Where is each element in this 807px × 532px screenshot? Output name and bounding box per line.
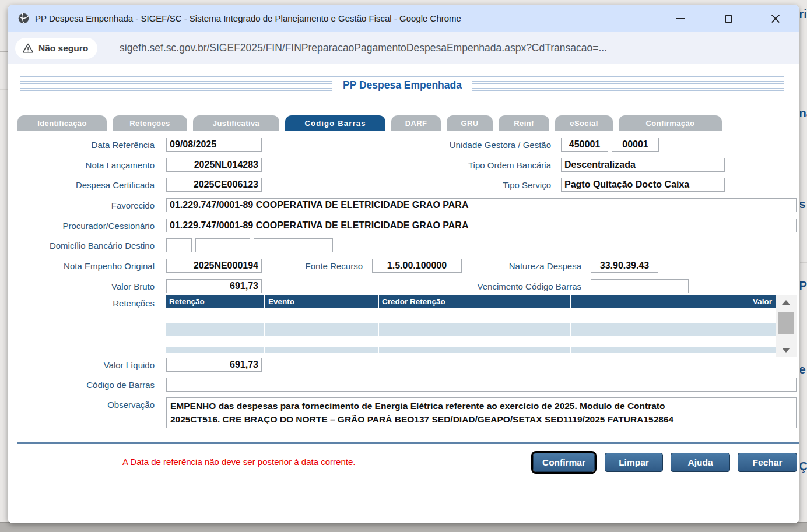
confirmar-button[interactable]: Confirmar <box>533 453 595 472</box>
tab-reinf[interactable]: Reinf <box>499 115 549 131</box>
close-button[interactable] <box>762 9 789 28</box>
scrollbar-thumb[interactable] <box>778 312 794 334</box>
label-nota-empenho-original: Nota Empenho Original <box>17 259 155 273</box>
page-title: PP Despesa Empenhada <box>332 79 472 91</box>
background-text-fragment: e <box>800 362 806 376</box>
label-valor-liquido: Valor Líquido <box>17 358 155 372</box>
error-message: A Data de referência não deve ser poster… <box>122 457 355 467</box>
close-icon <box>771 14 780 23</box>
label-natureza-despesa: Natureza Despesa <box>492 259 581 273</box>
label-procurador-cessionario: Procurador/Cessionário <box>17 219 155 233</box>
input-nota-lancamento[interactable] <box>166 158 262 172</box>
tab-retencoes[interactable]: Retenções <box>113 115 187 131</box>
table-scrollbar[interactable] <box>776 295 797 357</box>
scroll-down-icon <box>782 348 790 353</box>
tab-identificacao[interactable]: Identificação <box>17 115 107 131</box>
column-header-evento[interactable]: Evento <box>265 295 379 308</box>
label-fonte-recurso: Fonte Recurso <box>287 259 363 273</box>
retencoes-table-header: Retenção Evento Credor Retenção Valor <box>166 295 776 308</box>
input-nota-empenho-original[interactable] <box>166 259 262 273</box>
tab-justificativa[interactable]: Justificativa <box>193 115 279 131</box>
retencoes-table: Retenção Evento Credor Retenção Valor <box>166 295 776 353</box>
input-domicilio-agencia[interactable] <box>195 238 250 252</box>
input-domicilio-conta[interactable] <box>254 238 333 252</box>
label-valor-bruto: Valor Bruto <box>17 279 155 294</box>
ajuda-button[interactable]: Ajuda <box>671 453 730 472</box>
input-favorecido[interactable] <box>166 198 797 212</box>
limpar-button[interactable]: Limpar <box>605 453 663 472</box>
site-favicon-icon <box>17 12 30 24</box>
tab-darf[interactable]: DARF <box>391 115 441 131</box>
column-header-valor[interactable]: Valor <box>571 295 776 308</box>
input-tipo-ordem-bancaria[interactable] <box>561 158 725 172</box>
background-window-edge <box>0 51 8 52</box>
input-data-referencia[interactable] <box>166 138 262 152</box>
tab-confirmacao[interactable]: Confirmação <box>619 115 722 131</box>
warning-icon <box>22 43 34 54</box>
label-domicilio-bancario-destino: Domicílio Bancário Destino <box>17 238 155 253</box>
input-codigo-de-barras[interactable] <box>166 378 797 392</box>
input-vencimento-codigo-barras[interactable] <box>591 279 689 293</box>
maximize-icon <box>725 15 732 23</box>
input-gestao[interactable] <box>612 138 659 152</box>
input-observacao[interactable]: EMPENHO das despesas para fornecimento d… <box>166 397 797 428</box>
label-tipo-ordem-bancaria: Tipo Ordem Bancária <box>357 158 551 172</box>
background-text-fragment: Ç <box>800 459 807 473</box>
background-text-fragment: s <box>800 197 806 211</box>
scroll-down-button[interactable] <box>776 343 797 357</box>
chrome-popup-window: PP Despesa Empenhada - SIGEF/SC - Sistem… <box>8 5 799 523</box>
url-text[interactable]: sigefh.sef.sc.gov.br/SIGEF2025/FIN/FINPr… <box>120 32 607 64</box>
label-observacao: Observação <box>17 397 155 412</box>
column-header-retencao[interactable]: Retenção <box>166 295 265 308</box>
page-content: PP Despesa Empenhada Identificação Reten… <box>8 64 799 523</box>
table-row <box>166 347 776 353</box>
input-domicilio-banco[interactable] <box>166 238 192 252</box>
input-tipo-servico[interactable] <box>561 178 725 192</box>
table-row <box>166 336 776 347</box>
label-favorecido: Favorecido <box>17 198 155 213</box>
input-valor-bruto[interactable] <box>166 279 262 293</box>
input-procurador-cessionario[interactable] <box>166 219 797 232</box>
input-unidade-gestora[interactable] <box>561 138 608 152</box>
minimize-button[interactable] <box>667 9 694 28</box>
label-vencimento-codigo-barras: Vencimento Código Barras <box>451 279 581 294</box>
address-bar: Não seguro sigefh.sef.sc.gov.br/SIGEF202… <box>8 32 799 64</box>
window-titlebar[interactable]: PP Despesa Empenhada - SIGEF/SC - Sistem… <box>8 5 799 32</box>
label-codigo-de-barras: Código de Barras <box>17 378 155 392</box>
desktop-background <box>0 522 807 532</box>
background-text-fragment: ri <box>800 7 807 21</box>
tab-bar: Identificação Retenções Justificativa Có… <box>17 115 722 131</box>
scroll-up-icon <box>782 300 790 305</box>
label-despesa-certificada: Despesa Certificada <box>17 178 155 192</box>
table-row <box>166 323 776 336</box>
background-text-fragment: Pa <box>800 279 807 293</box>
security-label: Não seguro <box>38 43 88 54</box>
input-fonte-recurso[interactable] <box>372 259 462 273</box>
label-data-referencia: Data Referência <box>17 138 155 152</box>
tab-gru[interactable]: GRU <box>447 115 493 131</box>
background-window-edge <box>0 89 8 90</box>
fechar-button[interactable]: Fechar <box>738 453 797 472</box>
scroll-up-button[interactable] <box>776 295 797 309</box>
maximize-button[interactable] <box>715 9 742 28</box>
label-unidade-gestora: Unidade Gestora / Gestão <box>357 138 551 152</box>
minimize-icon <box>676 18 685 19</box>
input-despesa-certificada[interactable] <box>166 178 262 192</box>
label-tipo-servico: Tipo Serviço <box>357 178 551 192</box>
window-title: PP Despesa Empenhada - SIGEF/SC - Sistem… <box>35 5 461 32</box>
separator-line <box>17 442 799 444</box>
tab-codigo-barras[interactable]: Código Barras <box>285 115 385 131</box>
tab-esocial[interactable]: eSocial <box>555 115 613 131</box>
page-header-stripes: PP Despesa Empenhada <box>20 76 784 94</box>
security-indicator[interactable]: Não seguro <box>15 38 97 59</box>
label-nota-lancamento: Nota Lançamento <box>17 158 155 172</box>
background-text-fragment: na <box>800 106 807 120</box>
input-valor-liquido[interactable] <box>166 358 262 372</box>
background-window-strip: ri na s Pa e Ç <box>800 0 807 522</box>
label-retencoes: Retenções <box>17 296 155 311</box>
table-row <box>166 308 776 323</box>
input-natureza-despesa[interactable] <box>591 259 658 273</box>
column-header-credor-retencao[interactable]: Credor Retenção <box>379 295 571 308</box>
